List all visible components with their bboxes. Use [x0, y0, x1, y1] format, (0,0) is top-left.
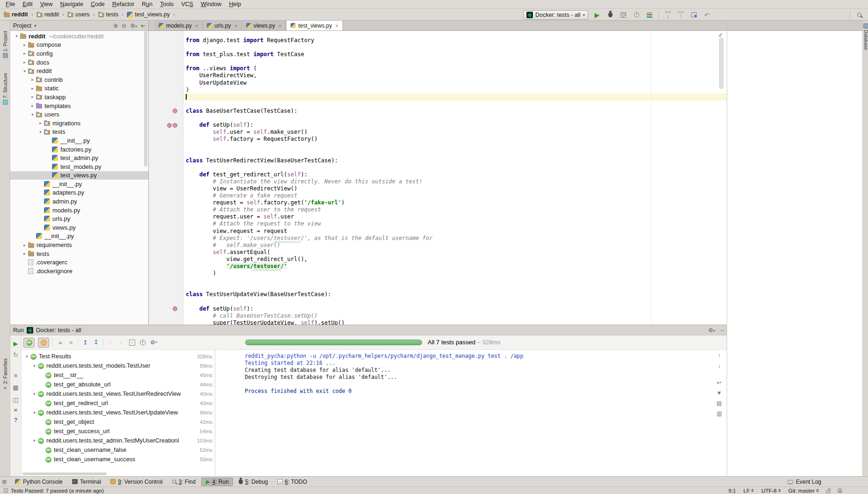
- test-history-button[interactable]: [139, 338, 146, 347]
- restore-layout-button[interactable]: ▦: [12, 383, 20, 392]
- chevron-down-icon[interactable]: ▾: [34, 23, 36, 28]
- code-line[interactable]: [183, 143, 727, 150]
- tree-arrow-icon[interactable]: ▾: [13, 34, 20, 38]
- code-line[interactable]: from test_plus.test import TestCase: [183, 51, 727, 58]
- rollback-button[interactable]: ↶: [703, 11, 711, 19]
- menu-file[interactable]: File: [2, 1, 19, 7]
- breadcrumb-item[interactable]: test_views.py: [127, 11, 170, 18]
- project-tree-item[interactable]: __init__.py: [10, 232, 148, 241]
- code-line[interactable]: [183, 101, 727, 108]
- tree-arrow-icon[interactable]: ▾: [29, 112, 36, 117]
- toolwindow-find-button[interactable]: 3: Find: [168, 478, 200, 486]
- test-tree-item[interactable]: ▾Test Results328ms: [22, 352, 215, 361]
- project-tree-item[interactable]: ▸docs: [10, 58, 148, 67]
- project-tree-item[interactable]: ▸compose: [10, 41, 148, 50]
- code-line[interactable]: # Attach the user to the request: [183, 206, 727, 213]
- toolwindow-switcher-icon[interactable]: ▦: [2, 479, 8, 485]
- profiler-button[interactable]: [632, 11, 641, 19]
- project-tree-item[interactable]: ▸tests: [10, 249, 148, 258]
- test-tree-item[interactable]: ▾reddit.users.tests.test_models.TestUser…: [22, 361, 215, 370]
- override-up-icon[interactable]: ↑: [167, 123, 172, 128]
- menu-window[interactable]: Window: [197, 1, 225, 7]
- tree-arrow-icon[interactable]: ▾: [23, 354, 30, 359]
- panel-settings-button[interactable]: ⚙▾: [130, 22, 137, 29]
- project-tree-item[interactable]: .coveragerc: [10, 258, 148, 267]
- code-line[interactable]: view.get_redirect_url(),: [183, 256, 727, 263]
- scroll-up-icon[interactable]: ↑: [715, 352, 723, 359]
- tab-urls.py[interactable]: urls.py×: [203, 21, 242, 30]
- menu-navigate[interactable]: Navigate: [57, 1, 87, 7]
- code-line[interactable]: from ..views import (: [183, 65, 727, 72]
- menu-code[interactable]: Code: [87, 1, 109, 7]
- readonly-lock-icon[interactable]: [826, 490, 830, 493]
- stripe-project-button[interactable]: 1: Project: [0, 31, 10, 58]
- test-tree-item[interactable]: test_get_redirect_url40ms: [22, 399, 215, 408]
- close-panel-button[interactable]: ×: [12, 406, 20, 414]
- code-line[interactable]: UserRedirectView,: [183, 72, 727, 79]
- tree-arrow-icon[interactable]: ▾: [31, 410, 38, 415]
- menu-edit[interactable]: Edit: [19, 1, 36, 7]
- project-tree-item[interactable]: __init__.py: [10, 180, 148, 189]
- project-tree-item[interactable]: ▸migrations: [10, 119, 148, 128]
- tree-arrow-icon[interactable]: ▾: [21, 69, 28, 73]
- tree-arrow-icon[interactable]: ▸: [29, 103, 36, 108]
- code-line[interactable]: [183, 298, 727, 305]
- project-tree-item[interactable]: ▸contrib: [10, 75, 148, 84]
- tab-test_views.py[interactable]: test_views.py×: [286, 21, 343, 30]
- expand-all-button[interactable]: ↥: [81, 338, 89, 347]
- test-tree-item[interactable]: ▾reddit.users.tests.test_views.TestUserR…: [22, 389, 215, 399]
- toolwindow-python-console-button[interactable]: Python Console: [11, 478, 66, 486]
- project-tree-item[interactable]: models.py: [10, 206, 148, 215]
- code-line[interactable]: view.request = request: [183, 228, 727, 235]
- code-line[interactable]: # call BaseUserTestCase.setUp(): [183, 312, 727, 320]
- project-tree-item[interactable]: __init__.py: [10, 136, 148, 145]
- project-tree-item[interactable]: test_models.py: [10, 162, 148, 171]
- code-line[interactable]: class TestUserUpdateView(BaseUserTestCas…: [183, 291, 727, 298]
- project-tree-item[interactable]: ▾reddit~/cookiecutter/reddit: [10, 32, 148, 41]
- code-line[interactable]: def setUp(self):: [183, 305, 727, 312]
- vcs-commit-button[interactable]: VCS↑: [677, 11, 685, 19]
- project-tree-item[interactable]: urls.py: [10, 214, 148, 223]
- project-tree-item[interactable]: ▸templates: [10, 102, 148, 110]
- test-tree-item[interactable]: test_get_absolute_url44ms: [22, 380, 215, 389]
- run-console[interactable]: reddit_pycha:python -u /opt/.pycharm_hel…: [216, 350, 713, 476]
- search-everywhere-button[interactable]: [855, 11, 863, 19]
- test-tree-item[interactable]: test__str__45ms: [22, 370, 215, 380]
- git-branch-selector[interactable]: Git: master: [788, 488, 819, 494]
- code-line[interactable]: super(TestUserUpdateView, self).setUp(): [183, 320, 727, 325]
- close-icon[interactable]: ×: [278, 23, 281, 29]
- override-down-icon[interactable]: ↓: [173, 109, 177, 113]
- project-tree-item[interactable]: ▾tests: [10, 128, 148, 137]
- caret-position[interactable]: 9:1: [729, 488, 736, 494]
- test-tree-item[interactable]: ▾reddit.users.tests.test_admin.TestMyUse…: [22, 436, 215, 445]
- toolwindow-terminal-button[interactable]: Terminal: [68, 478, 105, 486]
- collapse-all-button[interactable]: ⊖: [122, 22, 126, 29]
- menu-run[interactable]: Run: [138, 1, 156, 7]
- code-line[interactable]: # self.make_user(): [183, 242, 727, 249]
- tree-arrow-icon[interactable]: ▾: [31, 438, 38, 443]
- test-settings-button[interactable]: ⚙▾: [150, 338, 157, 347]
- rerun-button[interactable]: ▶: [12, 339, 20, 348]
- tree-arrow-icon[interactable]: ▾: [31, 363, 38, 368]
- project-tree-item[interactable]: ▸taskapp: [10, 93, 148, 102]
- event-log-button[interactable]: Event Log: [788, 477, 821, 487]
- code-line[interactable]: [183, 284, 727, 291]
- code-line[interactable]: class BaseUserTestCase(TestCase):: [183, 108, 727, 115]
- local-history-button[interactable]: [690, 11, 698, 19]
- status-message[interactable]: Tests Passed: 7 passed (a minute ago): [11, 488, 104, 494]
- menu-view[interactable]: View: [36, 1, 57, 7]
- scroll-down-icon[interactable]: ↓: [715, 362, 723, 370]
- vcs-update-button[interactable]: VCS↓: [664, 11, 672, 19]
- code-line[interactable]: [183, 277, 727, 284]
- code-line[interactable]: from django.test import RequestFactory: [183, 37, 727, 44]
- menu-tools[interactable]: Tools: [156, 1, 177, 7]
- code-line[interactable]: def test_get_redirect_url(self):: [183, 171, 727, 178]
- project-tree-item[interactable]: views.py: [10, 223, 148, 232]
- import-test-results-button[interactable]: ↑: [128, 338, 136, 347]
- override-up-icon[interactable]: ↑: [173, 306, 177, 311]
- project-tree-item[interactable]: ▾reddit: [10, 66, 148, 75]
- breadcrumb-item[interactable]: users: [67, 11, 90, 18]
- run-task-button[interactable]: [645, 11, 654, 19]
- tree-arrow-icon[interactable]: ▸: [29, 77, 36, 82]
- help-button[interactable]: ?: [12, 416, 20, 424]
